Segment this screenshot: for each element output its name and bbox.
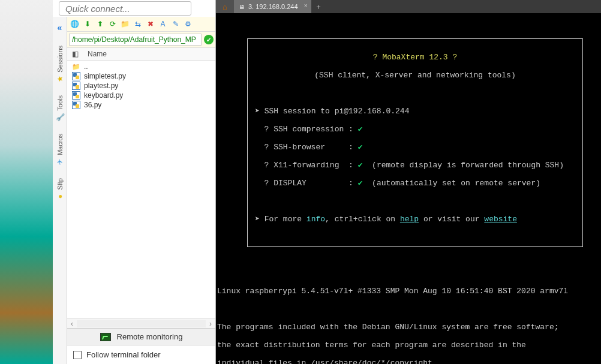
help-link[interactable]: help (400, 215, 419, 224)
info-link[interactable]: info (306, 215, 325, 224)
scroll-left-icon[interactable]: ‹ (67, 320, 77, 328)
side-tab-macros[interactable]: ✈ Macros (56, 134, 64, 166)
banner-compression: ? SSH compression : (265, 125, 353, 134)
path-bar: ✔ (67, 32, 215, 48)
wrench-icon: 🔧 (55, 113, 64, 122)
side-tab-label: Macros (56, 134, 64, 155)
banner-info-c: or visit our (419, 215, 484, 224)
name-column-header[interactable]: Name (83, 48, 112, 60)
diff-icon[interactable]: ⇆ (132, 19, 143, 29)
banner-info-b: , ctrl+click on (325, 215, 400, 224)
left-panel: « ★ Sessions 🔧 Tools ✈ Macros ● Sftp (53, 0, 216, 364)
python-file-icon (72, 101, 80, 109)
python-file-icon (72, 82, 80, 90)
banner-browser: ? SSH-browser : (265, 143, 353, 152)
file-row[interactable]: 36.py (68, 100, 214, 110)
website-link[interactable]: website (484, 215, 517, 224)
file-list[interactable]: 📁 .. simpletest.py playtest.py keyboard.… (67, 61, 215, 318)
desktop-background (0, 0, 53, 364)
home-tab[interactable]: ⌂ (216, 0, 234, 13)
file-name: simpletest.py (84, 72, 126, 80)
terminal-output[interactable]: ? MobaXterm 12.3 ? (SSH client, X-server… (216, 13, 601, 364)
delete-icon[interactable]: ✖ (145, 19, 156, 29)
banner-session: ➤ SSH session to pi@192.168.0.244 (255, 107, 409, 116)
plus-icon: ＋ (315, 2, 322, 12)
collapse-sidebar-icon[interactable]: « (56, 22, 64, 34)
file-row[interactable]: simpletest.py (68, 71, 214, 81)
check-icon: ✔ (358, 179, 363, 188)
settings-icon[interactable]: ⚙ (182, 19, 194, 29)
terminal-panel: ⌂ 🖥 3. 192.168.0.244 × ＋ ? MobaXterm 12.… (216, 0, 601, 364)
side-tab-tools[interactable]: 🔧 Tools (56, 95, 64, 122)
remote-monitoring-label: Remote monitoring (117, 332, 183, 341)
motd-p2: the exact distribution terms for each pr… (217, 341, 526, 350)
star-icon: ★ (56, 75, 64, 83)
download-icon[interactable]: ⬇ (82, 19, 93, 29)
motd-p3: individual files in /usr/share/doc/*/cop… (217, 359, 437, 364)
file-name: .. (84, 62, 88, 71)
send-icon: ✈ (56, 158, 64, 166)
folder-icon: 📁 (72, 62, 80, 71)
file-list-header: ◧ Name (67, 48, 215, 61)
refresh-icon[interactable]: ⟳ (107, 19, 118, 29)
quick-connect-input[interactable] (59, 1, 191, 16)
edit-icon[interactable]: ✎ (170, 19, 181, 29)
file-name: playtest.py (84, 82, 118, 90)
follow-terminal-label: Follow terminal folder (86, 350, 161, 359)
file-row[interactable]: keyboard.py (68, 91, 214, 100)
banner-subtitle: (SSH client, X-server and networking too… (314, 71, 515, 80)
motd-uname: Linux raspberrypi 5.4.51-v7l+ #1333 SMP … (217, 287, 568, 296)
banner-display-note: (automatically set on remote server) (372, 179, 540, 188)
path-input[interactable] (69, 34, 202, 46)
terminal-body: Linux raspberrypi 5.4.51-v7l+ #1333 SMP … (216, 258, 601, 364)
new-tab-button[interactable]: ＋ (311, 0, 326, 13)
banner-x11: ? X11-forwarding : (265, 161, 353, 170)
file-name: keyboard.py (84, 91, 123, 100)
close-tab-icon[interactable]: × (304, 2, 308, 9)
file-row-parent[interactable]: 📁 .. (68, 62, 214, 71)
banner-x11-note: (remote display is forwarded through SSH… (372, 161, 564, 170)
home-icon: ⌂ (223, 2, 227, 11)
motd-p1: The programs included with the Debian GN… (217, 323, 559, 332)
circle-icon: ● (56, 192, 64, 201)
file-row[interactable]: playtest.py (68, 81, 214, 91)
scroll-right-icon[interactable]: › (206, 320, 215, 328)
upload-icon[interactable]: ⬆ (94, 19, 106, 29)
path-ok-icon: ✔ (204, 35, 214, 44)
file-name: 36.py (84, 101, 101, 109)
terminal-tab[interactable]: 🖥 3. 192.168.0.244 × (234, 0, 311, 13)
banner-title: ? MobaXterm 12.3 ? (373, 53, 457, 62)
check-icon: ✔ (358, 161, 363, 170)
side-tab-label: Sessions (56, 46, 64, 73)
side-tab-sftp[interactable]: ● Sftp (56, 178, 64, 201)
side-tab-strip: « ★ Sessions 🔧 Tools ✈ Macros ● Sftp (53, 17, 67, 364)
banner-info-a: ➤ For more (255, 215, 306, 224)
banner-box: ? MobaXterm 12.3 ? (SSH client, X-server… (247, 38, 583, 247)
globe-icon[interactable]: 🌐 (69, 19, 80, 29)
side-tab-label: Sftp (56, 178, 64, 190)
font-icon[interactable]: A (157, 19, 169, 29)
python-file-icon (72, 91, 80, 100)
icon-column-header[interactable]: ◧ (67, 48, 83, 60)
tab-bar: ⌂ 🖥 3. 192.168.0.244 × ＋ (216, 0, 601, 13)
scroll-track[interactable] (77, 320, 206, 327)
tab-label: 3. 192.168.0.244 (248, 3, 298, 10)
remote-monitoring-button[interactable]: Remote monitoring (67, 328, 215, 345)
left-body: « ★ Sessions 🔧 Tools ✈ Macros ● Sftp (53, 17, 215, 364)
monitor-icon (100, 333, 111, 341)
side-tab-label: Tools (56, 95, 64, 111)
check-icon: ✔ (358, 143, 363, 152)
check-icon: ✔ (358, 125, 363, 134)
main-window: « ★ Sessions 🔧 Tools ✈ Macros ● Sftp (53, 0, 601, 364)
banner-display: ? DISPLAY : (265, 179, 353, 188)
terminal-icon: 🖥 (239, 4, 245, 10)
follow-terminal-checkbox[interactable] (73, 351, 82, 359)
horizontal-scrollbar[interactable]: ‹ › (67, 318, 215, 328)
side-tab-sessions[interactable]: ★ Sessions (56, 46, 64, 83)
sftp-toolbar: 🌐 ⬇ ⬆ ⟳ 📁 ⇆ ✖ A ✎ ⚙ (67, 17, 215, 32)
new-folder-icon[interactable]: 📁 (119, 19, 131, 29)
python-file-icon (72, 72, 80, 80)
sftp-panel: 🌐 ⬇ ⬆ ⟳ 📁 ⇆ ✖ A ✎ ⚙ ✔ ◧ Name (67, 17, 215, 364)
follow-terminal-row[interactable]: Follow terminal folder (67, 345, 215, 364)
